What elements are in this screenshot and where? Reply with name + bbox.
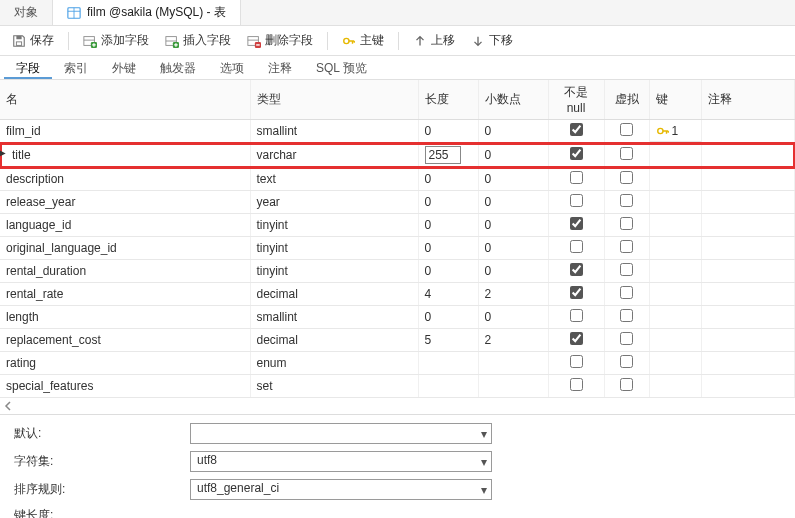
cell-name[interactable]: description bbox=[0, 168, 250, 191]
cell-type[interactable]: enum bbox=[250, 352, 418, 375]
tab-选项[interactable]: 选项 bbox=[208, 56, 256, 79]
tab-字段[interactable]: 字段 bbox=[4, 56, 52, 79]
cell-key[interactable] bbox=[649, 329, 702, 352]
cell-type[interactable]: set bbox=[250, 375, 418, 398]
cell-name[interactable]: replacement_cost bbox=[0, 329, 250, 352]
cell-notnull[interactable] bbox=[548, 143, 604, 168]
cell-name[interactable]: release_year bbox=[0, 191, 250, 214]
virtual-checkbox[interactable] bbox=[620, 355, 633, 368]
cell-scale[interactable]: 0 bbox=[478, 191, 548, 214]
cell-scale[interactable]: 0 bbox=[478, 306, 548, 329]
cell-length[interactable]: 0 bbox=[418, 168, 478, 191]
cell-length[interactable] bbox=[418, 375, 478, 398]
virtual-checkbox[interactable] bbox=[620, 263, 633, 276]
cell-notnull[interactable] bbox=[548, 214, 604, 237]
cell-key[interactable] bbox=[649, 283, 702, 306]
table-row[interactable]: rental_ratedecimal42 bbox=[0, 283, 795, 306]
cell-name[interactable]: length bbox=[0, 306, 250, 329]
cell-notnull[interactable] bbox=[548, 329, 604, 352]
primary-key-button[interactable]: 主键 bbox=[336, 29, 390, 52]
cell-key[interactable] bbox=[649, 352, 702, 375]
table-row[interactable]: original_language_idtinyint00 bbox=[0, 237, 795, 260]
cell-type[interactable]: decimal bbox=[250, 283, 418, 306]
cell-scale[interactable]: 2 bbox=[478, 283, 548, 306]
cell-notnull[interactable] bbox=[548, 352, 604, 375]
cell-virtual[interactable] bbox=[604, 329, 649, 352]
notnull-checkbox[interactable] bbox=[570, 309, 583, 322]
virtual-checkbox[interactable] bbox=[620, 286, 633, 299]
cell-virtual[interactable] bbox=[604, 283, 649, 306]
cell-virtual[interactable] bbox=[604, 143, 649, 168]
notnull-checkbox[interactable] bbox=[570, 217, 583, 230]
cell-type[interactable]: tinyint bbox=[250, 260, 418, 283]
tab-object[interactable]: 对象 bbox=[0, 0, 53, 25]
cell-type[interactable]: decimal bbox=[250, 329, 418, 352]
cell-virtual[interactable] bbox=[604, 120, 649, 143]
notnull-checkbox[interactable] bbox=[570, 123, 583, 136]
cell-length[interactable]: 4 bbox=[418, 283, 478, 306]
cell-virtual[interactable] bbox=[604, 214, 649, 237]
cell-comment[interactable] bbox=[702, 214, 795, 237]
cell-scale[interactable]: 2 bbox=[478, 329, 548, 352]
cell-virtual[interactable] bbox=[604, 260, 649, 283]
table-row[interactable]: rental_durationtinyint00 bbox=[0, 260, 795, 283]
table-row[interactable]: ▶titlevarchar2550 bbox=[0, 143, 795, 168]
cell-virtual[interactable] bbox=[604, 168, 649, 191]
cell-scale[interactable] bbox=[478, 375, 548, 398]
cell-name[interactable]: rental_rate bbox=[0, 283, 250, 306]
virtual-checkbox[interactable] bbox=[620, 147, 633, 160]
virtual-checkbox[interactable] bbox=[620, 171, 633, 184]
delete-field-button[interactable]: 删除字段 bbox=[241, 29, 319, 52]
col-header-virtual[interactable]: 虚拟 bbox=[604, 80, 649, 120]
cell-virtual[interactable] bbox=[604, 352, 649, 375]
col-header-comment[interactable]: 注释 bbox=[702, 80, 795, 120]
tab-table-film[interactable]: film @sakila (MySQL) - 表 bbox=[53, 0, 241, 25]
cell-scale[interactable]: 0 bbox=[478, 237, 548, 260]
cell-type[interactable]: varchar bbox=[250, 143, 418, 168]
col-header-type[interactable]: 类型 bbox=[250, 80, 418, 120]
virtual-checkbox[interactable] bbox=[620, 309, 633, 322]
cell-key[interactable] bbox=[649, 375, 702, 398]
cell-notnull[interactable] bbox=[548, 260, 604, 283]
cell-key[interactable] bbox=[649, 237, 702, 260]
cell-comment[interactable] bbox=[702, 191, 795, 214]
notnull-checkbox[interactable] bbox=[570, 332, 583, 345]
cell-key[interactable] bbox=[649, 143, 702, 168]
cell-scale[interactable]: 0 bbox=[478, 120, 548, 143]
table-row[interactable]: descriptiontext00 bbox=[0, 168, 795, 191]
cell-notnull[interactable] bbox=[548, 306, 604, 329]
cell-comment[interactable] bbox=[702, 306, 795, 329]
cell-name[interactable]: ▶title bbox=[0, 143, 250, 168]
cell-comment[interactable] bbox=[702, 260, 795, 283]
add-field-button[interactable]: 添加字段 bbox=[77, 29, 155, 52]
col-header-key[interactable]: 键 bbox=[649, 80, 702, 120]
virtual-checkbox[interactable] bbox=[620, 123, 633, 136]
notnull-checkbox[interactable] bbox=[570, 355, 583, 368]
cell-name[interactable]: rating bbox=[0, 352, 250, 375]
tab-注释[interactable]: 注释 bbox=[256, 56, 304, 79]
cell-notnull[interactable] bbox=[548, 191, 604, 214]
cell-name[interactable]: film_id bbox=[0, 120, 250, 143]
cell-notnull[interactable] bbox=[548, 375, 604, 398]
cell-type[interactable]: tinyint bbox=[250, 214, 418, 237]
cell-comment[interactable] bbox=[702, 237, 795, 260]
cell-name[interactable]: language_id bbox=[0, 214, 250, 237]
tab-触发器[interactable]: 触发器 bbox=[148, 56, 208, 79]
table-row[interactable]: replacement_costdecimal52 bbox=[0, 329, 795, 352]
notnull-checkbox[interactable] bbox=[570, 286, 583, 299]
table-row[interactable]: release_yearyear00 bbox=[0, 191, 795, 214]
cell-comment[interactable] bbox=[702, 168, 795, 191]
cell-scale[interactable]: 0 bbox=[478, 143, 548, 168]
cell-type[interactable]: text bbox=[250, 168, 418, 191]
horizontal-scroll[interactable] bbox=[0, 398, 795, 414]
cell-length[interactable]: 0 bbox=[418, 237, 478, 260]
cell-notnull[interactable] bbox=[548, 283, 604, 306]
cell-comment[interactable] bbox=[702, 352, 795, 375]
cell-notnull[interactable] bbox=[548, 237, 604, 260]
cell-key[interactable] bbox=[649, 191, 702, 214]
virtual-checkbox[interactable] bbox=[620, 194, 633, 207]
cell-comment[interactable] bbox=[702, 375, 795, 398]
cell-scale[interactable]: 0 bbox=[478, 260, 548, 283]
notnull-checkbox[interactable] bbox=[570, 194, 583, 207]
table-row[interactable]: special_featuresset bbox=[0, 375, 795, 398]
